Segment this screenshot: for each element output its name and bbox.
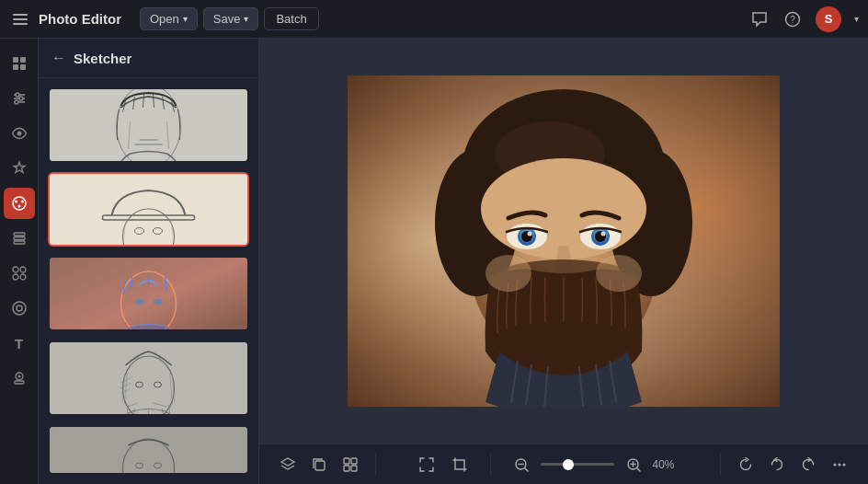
chat-icon[interactable] [749, 9, 770, 29]
svg-point-61 [154, 299, 163, 305]
filter-thumb-partial [50, 427, 247, 475]
svg-rect-115 [351, 458, 357, 464]
svg-point-127 [843, 463, 846, 466]
svg-rect-2 [13, 57, 18, 63]
sidebar-item-stamp[interactable] [4, 363, 35, 394]
svg-rect-28 [15, 381, 24, 384]
svg-rect-62 [50, 342, 247, 416]
main-image [348, 75, 780, 407]
svg-rect-113 [315, 461, 325, 470]
svg-point-15 [21, 201, 24, 203]
svg-point-14 [15, 201, 17, 203]
svg-point-126 [839, 463, 841, 466]
sidebar-item-text[interactable]: T [4, 328, 35, 359]
svg-point-13 [13, 197, 26, 210]
svg-rect-18 [14, 237, 25, 240]
panel-title: Sketcher [74, 51, 131, 66]
zoom-group: 40% [413, 451, 684, 478]
topbar: Photo Editor Open ▾ Save ▾ Batch ? S ▾ [0, 0, 868, 39]
svg-rect-114 [344, 458, 349, 464]
sidebar-item-eye[interactable] [4, 118, 35, 149]
filter-item-partial[interactable] [48, 425, 249, 475]
bottom-toolbar: 40% [259, 444, 868, 484]
sidebar-item-camera[interactable] [4, 293, 35, 324]
filter-item-sketcher[interactable]: Sketcher GFX Ai [48, 172, 249, 248]
svg-rect-117 [351, 466, 357, 471]
right-tools [732, 451, 853, 478]
save-button[interactable]: Save ▾ [203, 7, 259, 30]
svg-point-111 [485, 255, 531, 292]
crop-button[interactable] [446, 451, 474, 478]
svg-point-21 [20, 267, 26, 272]
layers-button[interactable] [274, 451, 302, 478]
svg-point-20 [13, 267, 18, 272]
zoom-slider[interactable] [541, 463, 614, 466]
svg-point-60 [135, 299, 144, 305]
topbar-center: Open ▾ Save ▾ Batch [140, 7, 319, 30]
svg-point-98 [528, 232, 532, 236]
svg-rect-19 [14, 241, 25, 244]
filter-thumb-charcoal [50, 89, 247, 163]
rotate-button[interactable] [732, 451, 760, 478]
separator-1 [375, 454, 376, 476]
filter-thumb-crosshatch [50, 342, 247, 416]
svg-point-16 [17, 205, 20, 208]
separator-2 [490, 454, 491, 476]
help-icon[interactable]: ? [782, 9, 803, 29]
svg-rect-3 [20, 57, 26, 63]
tool-group-layers [274, 451, 364, 478]
topbar-left: Photo Editor [9, 10, 121, 29]
avatar-chevron-icon[interactable]: ▾ [854, 14, 859, 24]
batch-button[interactable]: Batch [264, 7, 318, 30]
zoom-in-button[interactable] [620, 451, 647, 478]
svg-point-125 [834, 463, 837, 466]
svg-point-25 [17, 305, 22, 311]
svg-rect-4 [13, 64, 18, 70]
menu-button[interactable] [9, 10, 31, 29]
open-button[interactable]: Open ▾ [140, 7, 198, 30]
svg-point-27 [17, 375, 20, 378]
open-chevron-icon: ▾ [183, 14, 188, 24]
zoom-out-button[interactable] [508, 451, 535, 478]
svg-point-102 [601, 232, 606, 236]
more-button[interactable] [826, 451, 853, 478]
svg-rect-17 [14, 233, 25, 236]
svg-line-120 [525, 468, 528, 471]
svg-text:?: ? [790, 15, 795, 25]
sidebar-item-elements[interactable] [4, 258, 35, 289]
zoom-thumb[interactable] [563, 459, 574, 470]
fit-button[interactable] [413, 451, 440, 478]
svg-point-22 [13, 274, 18, 280]
sidebar-item-layers[interactable] [4, 223, 35, 254]
svg-point-23 [20, 274, 26, 280]
svg-rect-5 [20, 64, 26, 70]
sidebar-item-home[interactable] [4, 48, 35, 79]
grid-button[interactable] [337, 451, 364, 478]
svg-rect-54 [50, 258, 247, 331]
svg-rect-41 [50, 174, 247, 248]
filter-item-colorsketch[interactable]: Color Sketch GFX Ai [48, 256, 249, 331]
redo-button[interactable] [794, 451, 822, 478]
save-chevron-icon: ▾ [244, 14, 248, 24]
undo-button[interactable] [763, 451, 791, 478]
svg-point-10 [19, 97, 23, 100]
back-button[interactable]: ← [51, 50, 66, 66]
svg-point-24 [13, 302, 26, 315]
zoom-value: 40% [653, 458, 684, 471]
svg-rect-116 [344, 466, 349, 471]
canvas-area: 40% [259, 39, 868, 484]
panel-sidebar: ← Sketcher [39, 39, 259, 484]
sidebar-item-effects[interactable] [4, 153, 35, 184]
filter-thumb-sketcher [50, 174, 247, 248]
filter-thumb-colorsketch [50, 258, 247, 331]
filter-item-crosshatch[interactable]: Cross Hatch GFX Ai [48, 340, 249, 416]
filter-item-charcoal[interactable]: Charcoal GFX Ai [48, 87, 249, 163]
sidebar-item-art[interactable] [4, 188, 35, 219]
sidebar-item-adjust[interactable] [4, 83, 35, 114]
svg-point-12 [17, 132, 21, 136]
svg-point-9 [16, 93, 19, 97]
avatar[interactable]: S [816, 6, 841, 32]
filter-list: Charcoal GFX Ai [39, 78, 258, 484]
panel-header: ← Sketcher [39, 39, 258, 78]
copy-button[interactable] [305, 451, 333, 478]
